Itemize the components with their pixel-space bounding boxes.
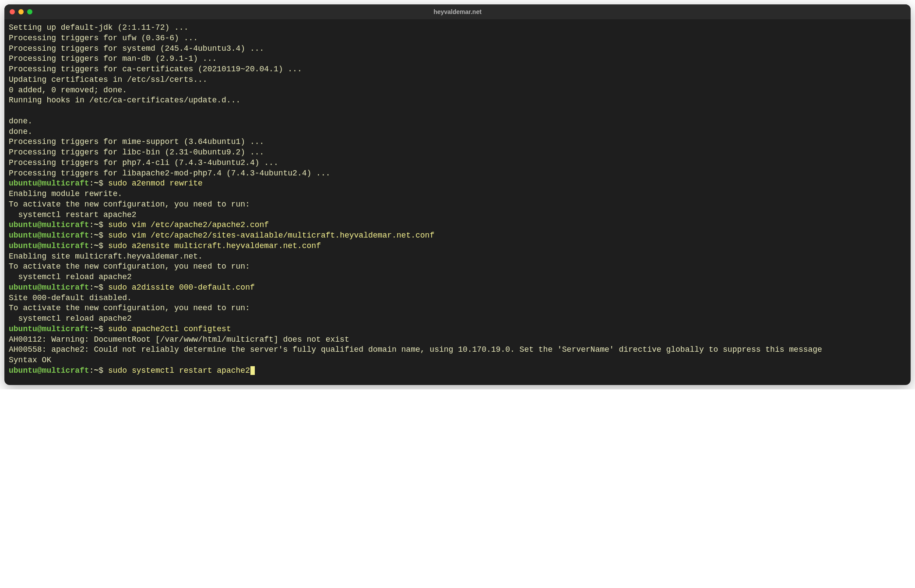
titlebar: heyvaldemar.net <box>4 4 911 19</box>
window-controls <box>10 9 32 14</box>
output-line: systemctl reload apache2 <box>9 314 906 324</box>
output-line: Processing triggers for ufw (0.36-6) ... <box>9 33 906 44</box>
terminal-window: heyvaldemar.net Setting up default-jdk (… <box>4 4 911 385</box>
window-title: heyvaldemar.net <box>4 8 911 15</box>
prompt-path: ~ <box>94 366 99 375</box>
prompt-symbol: $ <box>99 231 108 240</box>
prompt-path: ~ <box>94 283 99 292</box>
prompt-path: ~ <box>94 231 99 240</box>
prompt-symbol: $ <box>99 220 108 229</box>
prompt-userhost: ubuntu@multicraft <box>9 242 89 250</box>
output-line: Site 000-default disabled. <box>9 293 906 304</box>
output-line: Processing triggers for libc-bin (2.31-0… <box>9 147 906 158</box>
command-text: sudo apache2ctl configtest <box>108 325 231 333</box>
cursor <box>250 366 255 375</box>
command-line: ubuntu@multicraft:~$ sudo a2dissite 000-… <box>9 283 906 293</box>
prompt-separator: : <box>89 325 94 333</box>
output-line: Processing triggers for systemd (245.4-4… <box>9 44 906 54</box>
output-line: done. <box>9 127 906 137</box>
output-line <box>9 106 906 116</box>
output-line: Enabling module rewrite. <box>9 189 906 200</box>
output-line: 0 added, 0 removed; done. <box>9 85 906 96</box>
output-line: systemctl reload apache2 <box>9 272 906 283</box>
command-line: ubuntu@multicraft:~$ sudo systemctl rest… <box>9 366 906 376</box>
command-line: ubuntu@multicraft:~$ sudo a2enmod rewrit… <box>9 178 906 189</box>
output-line: To activate the new configuration, you n… <box>9 303 906 314</box>
prompt-userhost: ubuntu@multicraft <box>9 366 89 375</box>
command-line: ubuntu@multicraft:~$ sudo a2ensite multi… <box>9 241 906 252</box>
output-line: Updating certificates in /etc/ssl/certs.… <box>9 75 906 85</box>
prompt-separator: : <box>89 231 94 240</box>
prompt-separator: : <box>89 179 94 188</box>
prompt-userhost: ubuntu@multicraft <box>9 325 89 333</box>
prompt-userhost: ubuntu@multicraft <box>9 179 89 188</box>
prompt-symbol: $ <box>99 283 108 292</box>
output-line: Processing triggers for man-db (2.9.1-1)… <box>9 54 906 64</box>
command-text: sudo a2ensite multicraft.heyvaldemar.net… <box>108 242 321 250</box>
maximize-icon[interactable] <box>27 9 32 14</box>
terminal-output[interactable]: Setting up default-jdk (2:1.11-72) ...Pr… <box>4 19 911 385</box>
prompt-symbol: $ <box>99 242 108 250</box>
output-line: AH00112: Warning: DocumentRoot [/var/www… <box>9 335 906 345</box>
prompt-userhost: ubuntu@multicraft <box>9 231 89 240</box>
prompt-separator: : <box>89 242 94 250</box>
prompt-separator: : <box>89 220 94 229</box>
command-text: sudo vim /etc/apache2/apache2.conf <box>108 220 269 229</box>
prompt-userhost: ubuntu@multicraft <box>9 283 89 292</box>
command-text: sudo systemctl restart apache2 <box>108 366 250 375</box>
output-line: Processing triggers for libapache2-mod-p… <box>9 168 906 179</box>
output-line: Syntax OK <box>9 355 906 366</box>
prompt-symbol: $ <box>99 366 108 375</box>
output-line: Enabling site multicraft.heyvaldemar.net… <box>9 252 906 262</box>
command-line: ubuntu@multicraft:~$ sudo apache2ctl con… <box>9 324 906 335</box>
command-text: sudo a2dissite 000-default.conf <box>108 283 255 292</box>
prompt-path: ~ <box>94 220 99 229</box>
command-text: sudo a2enmod rewrite <box>108 179 203 188</box>
command-line: ubuntu@multicraft:~$ sudo vim /etc/apach… <box>9 220 906 231</box>
minimize-icon[interactable] <box>18 9 24 14</box>
output-line: To activate the new configuration, you n… <box>9 262 906 272</box>
prompt-path: ~ <box>94 325 99 333</box>
prompt-path: ~ <box>94 242 99 250</box>
output-line: Processing triggers for mime-support (3.… <box>9 137 906 147</box>
command-line: ubuntu@multicraft:~$ sudo vim /etc/apach… <box>9 231 906 241</box>
close-icon[interactable] <box>10 9 15 14</box>
output-line: Processing triggers for ca-certificates … <box>9 64 906 75</box>
output-line: Setting up default-jdk (2:1.11-72) ... <box>9 23 906 33</box>
prompt-separator: : <box>89 366 94 375</box>
output-line: Running hooks in /etc/ca-certificates/up… <box>9 95 906 106</box>
prompt-symbol: $ <box>99 325 108 333</box>
prompt-symbol: $ <box>99 179 108 188</box>
output-line: done. <box>9 116 906 127</box>
output-line: Processing triggers for php7.4-cli (7.4.… <box>9 158 906 168</box>
output-line: systemctl restart apache2 <box>9 210 906 220</box>
prompt-userhost: ubuntu@multicraft <box>9 220 89 229</box>
output-line: To activate the new configuration, you n… <box>9 200 906 210</box>
command-text: sudo vim /etc/apache2/sites-available/mu… <box>108 231 434 240</box>
prompt-separator: : <box>89 283 94 292</box>
prompt-path: ~ <box>94 179 99 188</box>
output-line: AH00558: apache2: Could not reliably det… <box>9 345 906 355</box>
